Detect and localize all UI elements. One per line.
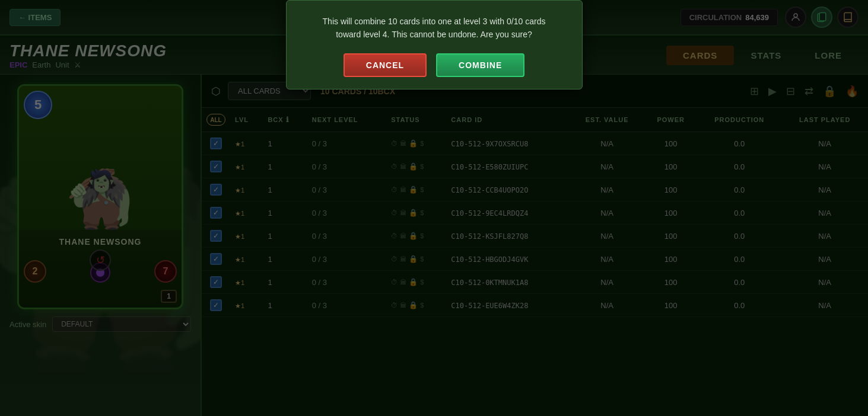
combine-button[interactable]: COMBINE xyxy=(436,53,524,77)
modal-text: This will combine 10 cards into one at l… xyxy=(310,15,558,41)
modal-buttons: CANCEL COMBINE xyxy=(310,53,558,77)
modal-box: This will combine 10 cards into one at l… xyxy=(286,0,583,89)
modal-backdrop: This will combine 10 cards into one at l… xyxy=(0,0,868,416)
cancel-button[interactable]: CANCEL xyxy=(344,53,427,77)
